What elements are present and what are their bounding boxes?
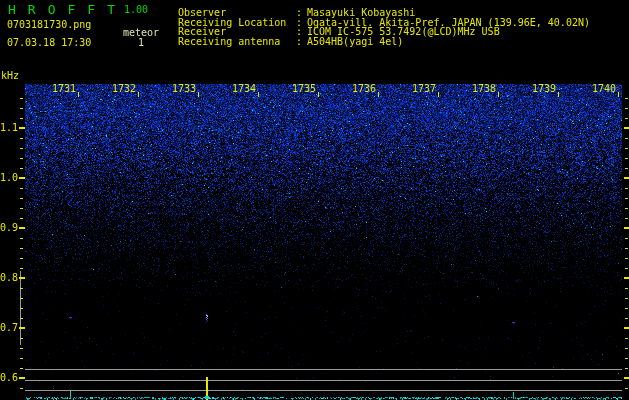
time-tick-label: 1731 [50,84,76,94]
time-tick-label: 1735 [290,84,316,94]
hrofft-window: HROFFT 1.00 0703181730.png meteor 07.03.… [0,0,629,400]
time-tick-label: 1733 [170,84,196,94]
time-tick-label: 1740 [590,84,616,94]
freq-tick-label: 0.7 [0,323,18,333]
freq-tick-label: 1.0 [0,173,18,183]
station-label: Receiving antenna [178,37,280,47]
spectrogram-canvas [0,0,629,400]
time-tick-label: 1737 [410,84,436,94]
freq-axis-unit: kHz [1,71,19,81]
station-value: A504HB(yagi 4el) [307,37,403,47]
time-tick-label: 1736 [350,84,376,94]
freq-tick-label: 0.8 [0,273,18,283]
time-tick-label: 1732 [110,84,136,94]
freq-tick-label: 0.9 [0,223,18,233]
station-row-antenna: Receiving antenna:A504HB(yagi 4el) [0,37,629,47]
freq-tick-label: 0.6 [0,373,18,383]
time-tick-label: 1739 [530,84,556,94]
station-colon: : [296,37,302,47]
freq-tick-label: 1.1 [0,123,18,133]
time-tick-label: 1738 [470,84,496,94]
time-tick-label: 1734 [230,84,256,94]
